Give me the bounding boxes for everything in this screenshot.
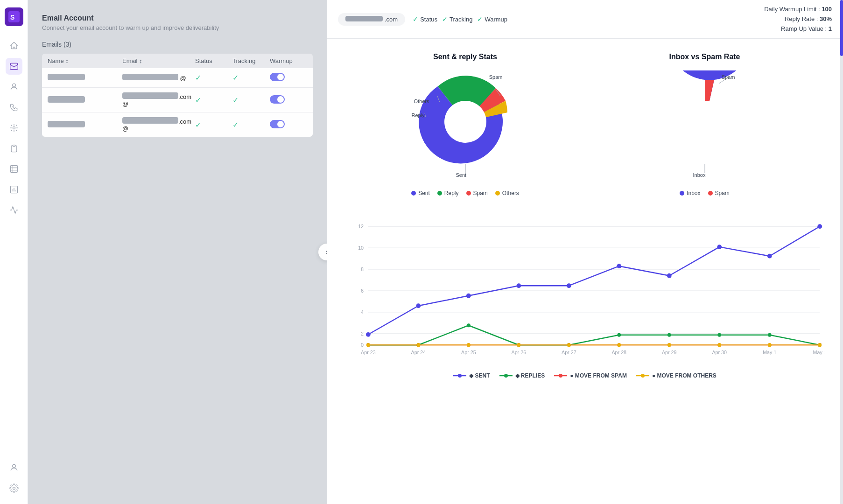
svg-point-37 — [667, 273, 672, 278]
svg-point-62 — [416, 343, 420, 347]
warmup-info: Daily Warmup Limit : 100 Reply Rate : 30… — [764, 5, 832, 34]
email-cell: @ — [122, 74, 195, 82]
scrollbar-track[interactable] — [840, 0, 843, 504]
main-right-panel: .com ✓ Status ✓ Tracking ✓ Warmup Daily … — [327, 0, 843, 504]
sidebar-item-mail[interactable] — [6, 58, 22, 75]
legend-line-replies: ◆ REPLIES — [499, 372, 545, 379]
col-email: Email ↕ — [122, 57, 195, 64]
svg-point-82 — [458, 374, 462, 378]
legend-line-spam-label: ● MOVE FROM SPAM — [570, 372, 627, 379]
sidebar-item-user-profile[interactable] — [6, 459, 22, 476]
svg-rect-5 — [10, 166, 17, 173]
svg-point-86 — [559, 374, 562, 378]
svg-text:6: 6 — [361, 288, 364, 294]
svg-text:May 2: May 2 — [813, 350, 824, 355]
svg-point-84 — [504, 374, 508, 378]
reply-rate-line: Reply Rate : 30% — [764, 14, 832, 24]
tracking-cell: ✓ — [232, 96, 270, 105]
svg-point-48 — [717, 333, 721, 337]
sidebar-item-analytics[interactable] — [6, 202, 22, 218]
daily-limit-value: 100 — [822, 6, 832, 13]
line-chart-svg: 12 10 8 6 4 2 0 — [345, 216, 824, 365]
sidebar-item-table[interactable] — [6, 161, 22, 177]
svg-point-64 — [517, 343, 520, 347]
legend-line-spam: ● MOVE FROM SPAM — [554, 372, 627, 379]
svg-point-88 — [641, 374, 645, 378]
svg-point-34 — [516, 284, 521, 288]
sidebar-item-list[interactable] — [6, 140, 22, 157]
legend-line-others-label: ● MOVE FROM OTHERS — [652, 372, 717, 379]
col-name: Name ↕ — [48, 57, 122, 64]
tracking-label: Tracking — [450, 16, 472, 23]
sidebar-item-home[interactable] — [6, 37, 22, 54]
sidebar-item-contacts[interactable] — [6, 78, 22, 95]
svg-point-3 — [12, 84, 15, 87]
svg-text:10: 10 — [358, 245, 364, 251]
sidebar-item-settings[interactable] — [6, 480, 22, 497]
inbox-spam-donut-wrapper: Spam Inbox — [653, 70, 756, 182]
legend-inbox-label: Inbox — [687, 190, 700, 196]
svg-point-68 — [717, 343, 721, 347]
svg-text:Apr 25: Apr 25 — [461, 350, 476, 355]
svg-point-6 — [12, 464, 15, 468]
legend-reply: Reply — [437, 190, 459, 196]
svg-text:Apr 27: Apr 27 — [562, 350, 576, 355]
svg-line-10 — [437, 96, 440, 102]
sidebar-item-phone[interactable] — [6, 99, 22, 116]
sidebar: S — [0, 0, 28, 504]
legend-reply-label: Reply — [444, 190, 459, 196]
svg-point-32 — [416, 304, 421, 308]
email-domain: .com — [385, 16, 398, 23]
svg-text:Apr 29: Apr 29 — [662, 350, 677, 355]
name-cell — [48, 74, 122, 82]
table-row: .com @ ✓ ✓ — [42, 88, 313, 112]
sent-reply-donut-wrapper: Spam Others Reply Sent — [414, 70, 517, 182]
emails-count: Emails (3) — [42, 41, 313, 48]
right-top-bar: .com ✓ Status ✓ Tracking ✓ Warmup Daily … — [327, 0, 843, 39]
svg-text:Apr 24: Apr 24 — [411, 350, 426, 355]
svg-line-11 — [425, 113, 426, 117]
svg-point-47 — [667, 333, 671, 337]
sidebar-item-reports[interactable] — [6, 181, 22, 198]
inbox-spam-title: Inbox vs Spam Rate — [669, 53, 740, 61]
app-logo: S — [5, 7, 23, 26]
legend-inbox-dot — [680, 191, 684, 196]
scrollbar-thumb[interactable] — [840, 0, 843, 56]
legend-line-others: ● MOVE FROM OTHERS — [636, 372, 717, 379]
daily-limit-line: Daily Warmup Limit : 100 — [764, 5, 832, 14]
sidebar-bottom — [6, 459, 22, 497]
inbox-spam-legend: Inbox Spam — [680, 190, 730, 196]
svg-point-4 — [13, 127, 15, 129]
svg-text:4: 4 — [361, 309, 364, 315]
donut-connectors — [414, 70, 517, 182]
warmup-tag: ✓ Warmup — [477, 15, 507, 23]
table-row: .com @ ✓ ✓ — [42, 112, 313, 137]
warmup-toggle[interactable] — [270, 95, 307, 105]
svg-point-70 — [818, 343, 822, 347]
col-tracking: Tracking — [232, 57, 270, 64]
warmup-toggle[interactable] — [270, 120, 307, 130]
svg-point-66 — [617, 343, 621, 347]
status-cell: ✓ — [195, 96, 232, 105]
legend-spam-2-dot — [708, 191, 713, 196]
email-cell: .com @ — [122, 92, 195, 107]
tracking-tag: ✓ Tracking — [442, 15, 472, 23]
svg-point-36 — [617, 264, 621, 269]
tracking-cell: ✓ — [232, 73, 270, 82]
legend-spam-2: Spam — [708, 190, 730, 196]
sidebar-item-integrations[interactable] — [6, 119, 22, 136]
sent-reply-legend: Sent Reply Spam Others — [411, 190, 519, 196]
table-row: @ ✓ ✓ — [42, 68, 313, 88]
tracking-cell: ✓ — [232, 120, 270, 129]
warmup-toggle[interactable] — [270, 73, 307, 83]
legend-sent-label: Sent — [418, 190, 430, 196]
ramp-up-value: 1 — [829, 25, 832, 32]
legend-spam-label: Spam — [473, 190, 488, 196]
svg-text:S: S — [10, 14, 14, 21]
svg-text:Apr 30: Apr 30 — [712, 350, 727, 355]
svg-text:0: 0 — [361, 343, 364, 348]
svg-text:Apr 28: Apr 28 — [611, 350, 626, 355]
legend-line-sent-label: ◆ SENT — [469, 372, 490, 379]
legend-sent-dot — [411, 191, 416, 196]
legend-sent: Sent — [411, 190, 430, 196]
